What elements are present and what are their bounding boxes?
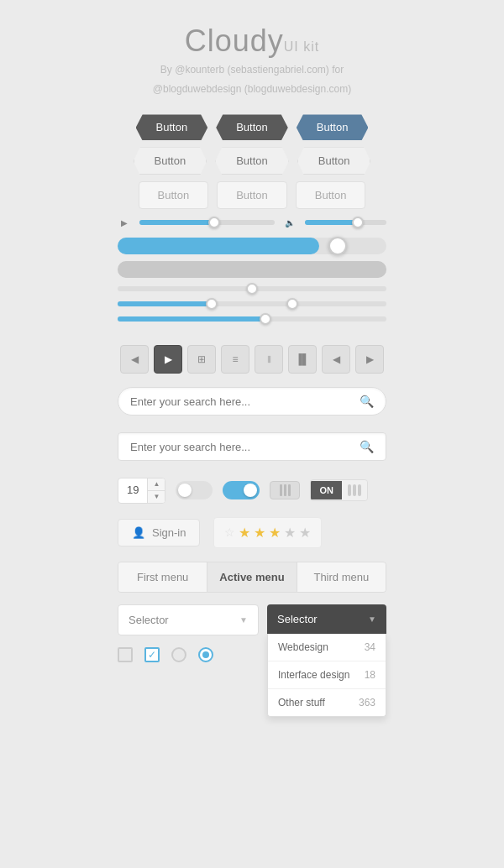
button-dark-blue-1[interactable]: Button xyxy=(297,114,369,140)
button-light-2[interactable]: Button xyxy=(215,147,289,175)
slider-volume-thumb[interactable] xyxy=(352,217,364,228)
media-barcode-btn[interactable]: ▐▌ xyxy=(288,345,317,374)
tab-first-menu[interactable]: First menu xyxy=(118,562,207,592)
app-title: CloudyUI kit xyxy=(153,24,351,59)
menu-tabs: First menu Active menu Third menu xyxy=(118,562,386,593)
play-icon[interactable]: ▶ xyxy=(118,216,131,229)
full-slider-blue-thumb[interactable] xyxy=(328,237,347,255)
dropdown-item-1[interactable]: Webdesign 34 xyxy=(268,634,386,661)
number-value: 19 xyxy=(118,478,148,502)
volume-icon[interactable]: 🔈 xyxy=(283,216,297,229)
toggle-off-knob xyxy=(178,484,192,497)
button-row-2: Button Button Button xyxy=(134,147,371,175)
toggle-on-knob xyxy=(244,484,257,497)
media-list-btn[interactable]: ≡ xyxy=(221,345,249,374)
search-bar-rect[interactable]: 🔍 xyxy=(118,432,386,461)
star-6[interactable]: ★ xyxy=(299,525,311,541)
selector-dark-label: Selector xyxy=(277,613,318,625)
slider-volume-track[interactable] xyxy=(305,220,386,225)
media-play-btn[interactable]: ▶ xyxy=(154,345,182,374)
dropdown-label-1: Webdesign xyxy=(278,641,328,653)
search-section-rounded: 🔍 xyxy=(118,387,386,424)
button-light-3[interactable]: Button xyxy=(297,147,371,175)
number-up-arrow[interactable]: ▲ xyxy=(148,478,165,491)
chevron-down-icon-light: ▼ xyxy=(239,615,248,625)
signin-button[interactable]: 👤 Sign-in xyxy=(118,519,200,546)
number-arrows: ▲ ▼ xyxy=(148,478,165,502)
selectors-row: Selector ▼ Selector ▼ Webdesign 34 Inter… xyxy=(118,604,386,635)
toggle-on[interactable] xyxy=(223,481,260,499)
thin-slider-center-thumb[interactable] xyxy=(246,283,258,295)
thin-slider-center xyxy=(118,286,386,291)
star-1[interactable]: ☆ xyxy=(224,526,235,539)
thin-slider-two-thumb xyxy=(118,301,386,306)
off-indicator xyxy=(342,480,367,500)
star-4[interactable]: ★ xyxy=(269,525,281,541)
dropdown-menu: Webdesign 34 Interface design 18 Other s… xyxy=(267,634,386,717)
checkbox-checked[interactable]: ✓ xyxy=(144,647,160,662)
header: CloudyUI kit By @kounterb (sebastiengabr… xyxy=(153,24,351,97)
dropdown-label-2: Interface design xyxy=(278,669,349,681)
star-5[interactable]: ★ xyxy=(284,525,296,541)
dropdown-item-3[interactable]: Other stuff 363 xyxy=(268,689,386,716)
credit-line1: By @kounterb (sebastiengabriel.com) for xyxy=(153,62,351,78)
media-back-btn[interactable]: ◀ xyxy=(322,345,350,374)
thin-fill-left xyxy=(118,301,212,306)
dropdown-item-2[interactable]: Interface design 18 xyxy=(268,661,386,689)
thin-slider-center-track[interactable] xyxy=(118,286,386,291)
button-dark-1[interactable]: Button xyxy=(136,114,208,140)
button-outline-1[interactable]: Button xyxy=(139,181,209,209)
search-input-rect[interactable] xyxy=(130,441,360,453)
onoff-control: ON xyxy=(310,479,368,501)
slider-play-fill xyxy=(139,220,214,225)
full-slider-gray-track[interactable] xyxy=(118,261,386,278)
star-2[interactable]: ★ xyxy=(239,525,250,541)
media-fwd-btn[interactable]: ▶ xyxy=(355,345,384,374)
button-row-1: Button Button Button xyxy=(136,114,369,140)
media-columns-btn[interactable]: ⦀ xyxy=(255,345,283,374)
thin-thumb-left[interactable] xyxy=(206,298,218,310)
full-slider-gray xyxy=(118,261,386,278)
search-section-rect: 🔍 xyxy=(118,432,386,469)
toggle-off[interactable] xyxy=(176,481,213,499)
thin-slider-full-blue-track[interactable] xyxy=(118,316,386,322)
dropdown-count-1: 34 xyxy=(365,641,375,653)
on-button[interactable]: ON xyxy=(311,481,342,499)
button-outline-3[interactable]: Button xyxy=(296,181,366,209)
button-dark-2[interactable]: Button xyxy=(216,114,288,140)
media-grid-btn[interactable]: ⊞ xyxy=(187,345,216,374)
thin-thumb-right[interactable] xyxy=(286,298,298,310)
media-controls: ◀ ▶ ⊞ ≡ ⦀ ▐▌ ◀ ▶ xyxy=(118,345,386,374)
selector-dark[interactable]: Selector ▼ xyxy=(267,604,386,634)
tab-active-menu[interactable]: Active menu xyxy=(207,562,297,592)
thin-thumb-blue[interactable] xyxy=(260,313,271,325)
dropdown-count-2: 18 xyxy=(365,669,375,681)
selector-light[interactable]: Selector ▼ xyxy=(118,604,259,635)
thin-slider-full-blue xyxy=(118,316,386,322)
number-down-arrow[interactable]: ▼ xyxy=(148,491,165,503)
selector-dark-wrap: Selector ▼ Webdesign 34 Interface design… xyxy=(267,604,386,634)
radio-checked[interactable] xyxy=(198,647,213,662)
search-input-rounded[interactable] xyxy=(130,395,360,408)
checkbox-unchecked[interactable] xyxy=(118,647,133,662)
search-icon-rounded: 🔍 xyxy=(360,395,374,408)
slider-play-thumb[interactable] xyxy=(208,217,220,228)
slider-play-track[interactable] xyxy=(139,220,275,225)
slider-volume-fill xyxy=(305,220,358,225)
chevron-down-icon-dark: ▼ xyxy=(368,614,376,624)
button-outline-2[interactable]: Button xyxy=(217,181,287,209)
search-bar-rounded[interactable]: 🔍 xyxy=(118,387,386,416)
controls-row: 19 ▲ ▼ ON xyxy=(118,478,386,503)
stars-rating: ☆ ★ ★ ★ ★ ★ xyxy=(213,517,322,548)
button-row-3: Button Button Button xyxy=(139,181,366,209)
signin-stars-row: 👤 Sign-in ☆ ★ ★ ★ ★ ★ xyxy=(118,517,386,548)
radio-unchecked[interactable] xyxy=(171,647,186,662)
thin-slider-two-thumb-track[interactable] xyxy=(118,301,386,306)
user-icon: 👤 xyxy=(132,526,145,539)
number-input[interactable]: 19 ▲ ▼ xyxy=(118,478,165,503)
star-3[interactable]: ★ xyxy=(254,525,265,541)
media-prev-btn[interactable]: ◀ xyxy=(120,345,149,374)
tab-third-menu[interactable]: Third menu xyxy=(297,562,386,592)
button-light-1[interactable]: Button xyxy=(134,147,207,175)
full-slider-blue-track[interactable] xyxy=(118,238,386,254)
